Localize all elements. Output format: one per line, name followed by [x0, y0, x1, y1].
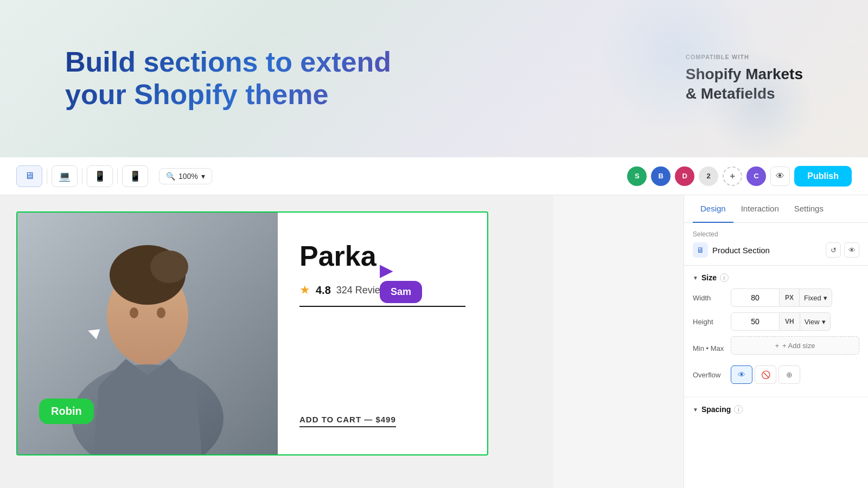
avatar-add-button[interactable]: +: [723, 166, 742, 186]
size-section-header[interactable]: ▼ Size i: [693, 273, 859, 282]
sam-label: Sam: [391, 286, 411, 297]
overflow-label: Overflow: [693, 371, 731, 379]
product-card: Robin ◀ Parka ★ 4.8 324 Reviews ADD TO C…: [16, 211, 488, 455]
width-unit: PX: [780, 288, 800, 307]
svg-point-6: [130, 307, 138, 318]
tab-settings[interactable]: Settings: [787, 195, 831, 223]
width-mode-dropdown[interactable]: Fixed ▾: [800, 288, 832, 307]
selected-label: Selected: [693, 230, 859, 238]
size-chevron-icon: ▼: [693, 275, 698, 281]
size-section: ▼ Size i Width PX Fixed ▾ Height: [684, 266, 868, 397]
avatar-count: 2: [699, 166, 718, 186]
size-section-title: Size: [701, 273, 717, 282]
toolbar-left: 🖥 💻 📱 📱 🔍 100% ▾: [16, 165, 212, 187]
toolbar: 🖥 💻 📱 📱 🔍 100% ▾ S B D 2 + C 👁: [0, 157, 868, 195]
add-size-label: + Add size: [782, 342, 815, 350]
canvas-area: Robin ◀ Parka ★ 4.8 324 Reviews ADD TO C…: [0, 195, 553, 488]
panel-tabs: Design Interaction Settings: [684, 195, 868, 223]
overflow-options: 👁 🚫 ⊕: [731, 365, 859, 384]
undo-icon-button[interactable]: ↺: [826, 242, 841, 258]
svg-point-7: [157, 307, 165, 318]
zoom-control[interactable]: 🔍 100% ▾: [159, 168, 212, 184]
overflow-scroll-button[interactable]: ⊕: [778, 365, 800, 384]
tab-interaction[interactable]: Interaction: [733, 195, 787, 223]
height-mode-chevron-icon: ▾: [822, 318, 826, 326]
product-image-area: Robin ◀: [17, 213, 278, 455]
sam-cursor: ▶ Sam: [380, 261, 422, 303]
add-size-button[interactable]: + + Add size: [731, 336, 859, 355]
tab-design[interactable]: Design: [693, 195, 733, 223]
width-mode-chevron-icon: ▾: [824, 294, 827, 302]
min-max-input-group: + + Add size: [731, 336, 859, 360]
preview-button[interactable]: 👁: [770, 166, 790, 186]
device-tablet-button[interactable]: 📱: [87, 165, 113, 187]
device-laptop-button[interactable]: 💻: [52, 165, 78, 187]
add-to-cart-button[interactable]: ADD TO CART — $499: [299, 415, 396, 427]
selected-icon: 🖥: [693, 242, 708, 258]
min-max-label: Min • Max: [693, 344, 731, 352]
height-mode-dropdown[interactable]: View ▾: [800, 312, 831, 331]
min-max-row: Min • Max + + Add size: [693, 336, 859, 360]
width-mode-label: Fixed: [804, 294, 821, 302]
spacing-section-title: Spacing: [701, 405, 731, 414]
avatar-s: S: [627, 166, 647, 186]
width-row: Width PX Fixed ▾: [693, 288, 859, 307]
selected-item-name: Product Section: [712, 246, 770, 255]
width-label: Width: [693, 294, 731, 302]
sam-badge: Sam: [380, 281, 422, 303]
selected-item-left: 🖥 Product Section: [693, 242, 770, 258]
height-input[interactable]: [731, 312, 780, 331]
overflow-visible-button[interactable]: 👁: [731, 365, 752, 384]
svg-point-5: [150, 251, 188, 283]
spacing-chevron-icon: ▼: [693, 407, 698, 413]
right-panel: Design Interaction Settings Selected 🖥 P…: [684, 195, 868, 488]
hero-title: Build sections to extend your Shopify th…: [65, 46, 445, 111]
hero-section: Build sections to extend your Shopify th…: [0, 0, 868, 157]
height-unit: VH: [780, 312, 800, 331]
device-mobile-button[interactable]: 📱: [122, 165, 148, 187]
device-separator-3: [117, 169, 118, 184]
zoom-icon: 🔍: [166, 172, 175, 181]
add-size-plus-icon: +: [775, 342, 780, 350]
device-separator-1: [47, 169, 47, 184]
sam-cursor-icon: ▶: [380, 261, 422, 279]
avatar-c: C: [746, 166, 766, 186]
width-input-group: PX Fixed ▾: [731, 288, 859, 307]
device-separator-2: [82, 169, 82, 184]
selected-section: Selected 🖥 Product Section ↺ 👁: [684, 223, 868, 266]
rating-value: 4.8: [316, 284, 331, 297]
width-input[interactable]: [731, 288, 780, 307]
publish-button[interactable]: Publish: [794, 166, 852, 187]
toolbar-right: S B D 2 + C 👁 Publish: [627, 166, 852, 187]
height-mode-label: View: [805, 318, 820, 326]
avatar-d: D: [675, 166, 694, 186]
zoom-value: 100%: [178, 172, 198, 181]
selected-actions: ↺ 👁: [826, 242, 859, 258]
selected-item: 🖥 Product Section ↺ 👁: [693, 242, 859, 258]
device-desktop-button[interactable]: 🖥: [16, 165, 42, 187]
star-icon: ★: [299, 283, 310, 297]
robin-label: Robin: [51, 405, 82, 417]
height-row: Height VH View ▾: [693, 312, 859, 331]
height-input-group: VH View ▾: [731, 312, 859, 331]
eye-icon-button[interactable]: 👁: [844, 242, 859, 258]
overflow-hidden-button[interactable]: 🚫: [755, 365, 776, 384]
overflow-row: Overflow 👁 🚫 ⊕: [693, 365, 859, 384]
height-label: Height: [693, 318, 731, 326]
product-info: Parka ★ 4.8 324 Reviews ADD TO CART — $4…: [278, 213, 487, 454]
robin-badge: Robin: [39, 399, 94, 424]
spacing-section-header[interactable]: ▼ Spacing i: [693, 405, 859, 414]
zoom-chevron-icon: ▾: [201, 172, 205, 181]
size-info-icon: i: [720, 273, 729, 282]
editor-container: 🖥 💻 📱 📱 🔍 100% ▾ S B D 2 + C 👁: [0, 157, 868, 488]
spacing-info-icon: i: [734, 405, 743, 414]
avatar-b: B: [651, 166, 671, 186]
spacing-section: ▼ Spacing i: [684, 397, 868, 421]
